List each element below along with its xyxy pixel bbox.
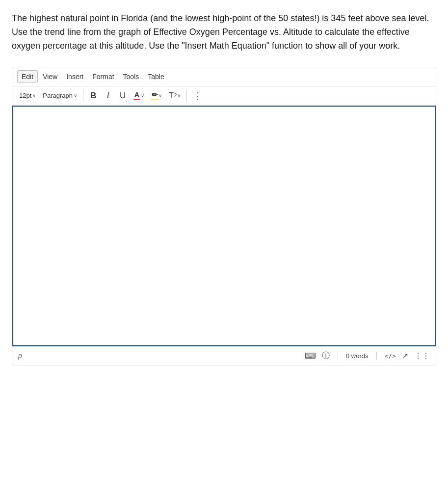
- menu-view[interactable]: View: [39, 71, 61, 83]
- paragraph-value: Paragraph: [43, 92, 73, 99]
- bold-button[interactable]: B: [86, 89, 100, 103]
- font-color-label: A: [134, 91, 140, 98]
- editor-content-area[interactable]: [12, 106, 436, 346]
- superscript-chevron: ∨: [177, 93, 181, 98]
- font-color-bar: [133, 99, 140, 100]
- text-format-group: B I U: [86, 89, 130, 103]
- menu-tools[interactable]: Tools: [119, 71, 143, 83]
- paragraph-selector[interactable]: Paragraph ∨: [40, 90, 80, 101]
- menu-format[interactable]: Format: [88, 71, 118, 83]
- status-more-icon[interactable]: ⋮⋮: [414, 351, 430, 361]
- word-count: 0 words: [346, 352, 369, 360]
- status-divider-2: [376, 352, 377, 360]
- paragraph-chevron: ∨: [74, 93, 77, 98]
- status-bar: p ⌨ ⓘ 0 words </> ↗ ⋮⋮: [12, 346, 436, 365]
- highlight-bar: [151, 99, 158, 100]
- divider-1: [83, 90, 83, 101]
- italic-button[interactable]: I: [101, 89, 115, 103]
- code-view-button[interactable]: </>: [385, 352, 396, 360]
- font-size-selector[interactable]: 12pt ∨: [16, 90, 39, 101]
- font-size-chevron: ∨: [32, 93, 36, 98]
- status-left: p: [18, 352, 22, 360]
- menu-bar: Edit View Insert Format Tools Table: [12, 67, 436, 86]
- accessibility-icon[interactable]: ⓘ: [322, 351, 330, 361]
- font-color-button[interactable]: A ∨: [131, 89, 147, 102]
- toolbar: 12pt ∨ Paragraph ∨ B I U A: [12, 86, 436, 106]
- paragraph-indicator: p: [18, 352, 22, 360]
- superscript-label: T: [169, 91, 174, 100]
- menu-insert[interactable]: Insert: [62, 71, 87, 83]
- underline-button[interactable]: U: [116, 89, 130, 103]
- superscript-button[interactable]: T2 ∨: [166, 89, 184, 102]
- superscript-exp: 2: [174, 93, 177, 98]
- font-color-icon: A: [133, 91, 140, 100]
- color-group: A ∨ ✏ ∨: [131, 89, 165, 102]
- menu-edit[interactable]: Edit: [17, 70, 38, 83]
- highlight-button[interactable]: ✏ ∨: [148, 89, 165, 102]
- highlight-icon: ✏: [151, 91, 158, 100]
- font-size-group: 12pt ∨: [16, 90, 39, 101]
- expand-icon[interactable]: ↗: [402, 351, 408, 361]
- editor-container: Edit View Insert Format Tools Table 12pt…: [12, 67, 436, 365]
- font-color-chevron: ∨: [141, 93, 144, 98]
- highlight-label: ✏: [152, 91, 158, 98]
- superscript-group: T2 ∨: [166, 89, 184, 102]
- menu-table[interactable]: Table: [144, 71, 168, 83]
- more-options-button[interactable]: ⋮: [190, 88, 205, 103]
- question-text: The highest natural point in Florida (an…: [10, 12, 438, 53]
- paragraph-group: Paragraph ∨: [40, 90, 80, 101]
- status-right: ⌨ ⓘ 0 words </> ↗ ⋮⋮: [305, 351, 430, 361]
- font-size-value: 12pt: [19, 92, 31, 99]
- divider-2: [186, 90, 187, 101]
- status-divider-1: [338, 352, 338, 360]
- highlight-chevron: ∨: [158, 93, 162, 98]
- keyboard-icon[interactable]: ⌨: [305, 351, 316, 361]
